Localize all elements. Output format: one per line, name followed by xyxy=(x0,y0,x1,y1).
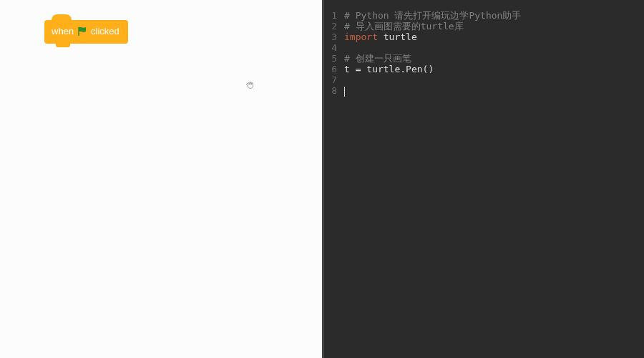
code-line[interactable] xyxy=(344,42,644,53)
line-number: 3 xyxy=(324,32,337,42)
code-line[interactable] xyxy=(344,74,644,85)
line-number: 6 xyxy=(324,64,337,74)
green-flag-icon xyxy=(77,26,87,37)
code-line[interactable]: import turtle xyxy=(344,32,644,42)
line-number: 5 xyxy=(324,53,337,64)
code-content[interactable]: # Python 请先打开编玩边学Python助手# 导入画图需要的turtle… xyxy=(341,0,644,358)
code-line[interactable]: # 创建一只画笔 xyxy=(344,53,644,64)
when-flag-clicked-block[interactable]: when clicked xyxy=(44,20,128,44)
line-number: 8 xyxy=(324,85,337,96)
line-number: 4 xyxy=(324,42,337,53)
grab-cursor-icon xyxy=(245,80,255,90)
text-caret xyxy=(344,87,345,97)
code-line[interactable]: # 导入画图需要的turtle库 xyxy=(344,21,644,32)
code-line[interactable]: # Python 请先打开编玩边学Python助手 xyxy=(344,10,644,21)
line-number-gutter: 12345678 xyxy=(324,0,341,358)
line-number: 1 xyxy=(324,10,337,21)
line-number: 7 xyxy=(324,74,337,85)
line-number: 2 xyxy=(324,21,337,32)
code-line[interactable]: t = turtle.Pen() xyxy=(344,64,644,74)
clicked-label: clicked xyxy=(91,26,119,37)
code-line[interactable] xyxy=(344,85,644,96)
blocks-canvas[interactable]: when clicked xyxy=(0,0,324,358)
code-editor[interactable]: 12345678 # Python 请先打开编玩边学Python助手# 导入画图… xyxy=(324,0,644,358)
when-label: when xyxy=(52,26,74,37)
